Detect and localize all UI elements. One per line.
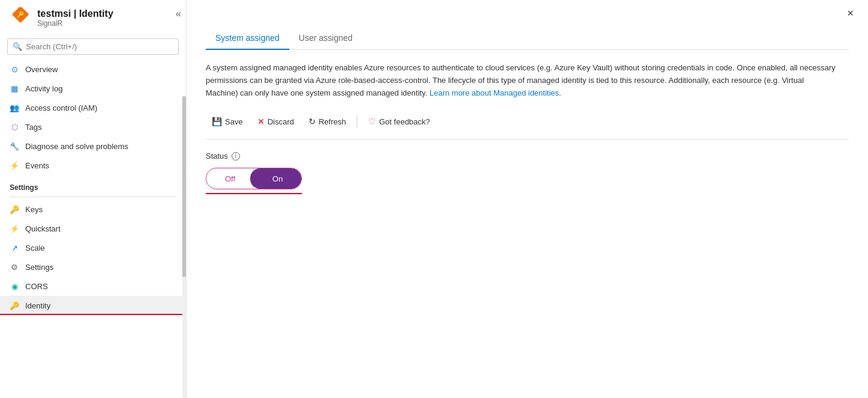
settings-divider [10, 197, 176, 197]
sidebar-item-label: Identity [25, 301, 51, 310]
sidebar-item-label: Quickstart [25, 224, 61, 233]
svg-text:🔑: 🔑 [17, 11, 25, 19]
app-subtitle: SignalR [37, 19, 113, 28]
cors-icon: ◉ [10, 281, 19, 291]
app-title-group: testmsi | Identity SignalR [37, 8, 113, 28]
collapse-button[interactable]: « [176, 8, 181, 19]
toolbar-divider [357, 115, 357, 127]
events-icon: ⚡ [10, 161, 19, 170]
sidebar-item-access-control[interactable]: 👥 Access control (IAM) [0, 98, 186, 117]
search-input[interactable] [26, 42, 173, 51]
save-label: Save [225, 117, 243, 126]
sidebar-item-label: Scale [25, 243, 45, 253]
sidebar-item-events[interactable]: ⚡ Events [0, 156, 186, 175]
description-text: A system assigned managed identity enabl… [206, 62, 837, 99]
tags-icon: ⬡ [10, 122, 19, 132]
sidebar-item-label: Activity log [25, 84, 63, 93]
refresh-button[interactable]: ↻ Refresh [303, 114, 352, 129]
search-icon: 🔍 [13, 42, 22, 51]
close-button[interactable]: × [842, 5, 858, 22]
sidebar-item-settings[interactable]: ⚙ Settings [0, 257, 186, 277]
app-title: testmsi | Identity [37, 8, 113, 19]
sidebar-item-diagnose[interactable]: 🔧 Diagnose and solve problems [0, 136, 186, 156]
overview-icon: ⊙ [10, 64, 19, 74]
sidebar-item-label: Access control (IAM) [25, 103, 97, 112]
status-text: Status [206, 152, 228, 161]
sidebar-item-label: Tags [25, 123, 42, 132]
sidebar-item-label: Overview [25, 65, 58, 74]
search-box[interactable]: 🔍 [7, 38, 179, 55]
save-button[interactable]: 💾 Save [206, 114, 249, 129]
access-control-icon: 👥 [10, 103, 19, 112]
refresh-icon: ↻ [309, 117, 316, 126]
settings-icon: ⚙ [10, 262, 19, 272]
toggle-on-label[interactable]: On [254, 174, 301, 183]
tab-user-assigned[interactable]: User assigned [289, 27, 363, 50]
sidebar-item-tags[interactable]: ⬡ Tags [0, 117, 186, 136]
sidebar-item-identity[interactable]: 🔑 Identity [0, 296, 186, 315]
discard-button[interactable]: ✕ Discard [251, 114, 300, 129]
feedback-button[interactable]: ♡ Got feedback? [362, 114, 436, 129]
diagnose-icon: 🔧 [10, 141, 19, 151]
toggle-off-label[interactable]: Off [206, 174, 254, 183]
discard-icon: ✕ [257, 117, 265, 126]
sidebar-item-activity-log[interactable]: ▦ Activity log [0, 79, 186, 98]
quickstart-icon: ⚡ [10, 224, 19, 233]
sidebar-item-label: Events [25, 161, 49, 170]
status-label: Status i [206, 152, 849, 161]
scrollbar-track [182, 96, 186, 398]
app-header: 🔑 testmsi | Identity SignalR [0, 0, 186, 34]
tabs: System assigned User assigned [206, 27, 849, 50]
sidebar: 🔑 testmsi | Identity SignalR 🔍 « ⊙ Overv… [0, 0, 186, 398]
save-icon: 💾 [212, 117, 222, 126]
main-header: × [186, 0, 868, 27]
sidebar-item-label: Settings [25, 263, 54, 272]
sidebar-item-label: Diagnose and solve problems [25, 142, 128, 151]
sidebar-item-scale[interactable]: ↗ Scale [0, 238, 186, 257]
sidebar-item-keys[interactable]: 🔑 Keys [0, 200, 186, 219]
status-toggle[interactable]: Off On [206, 168, 302, 189]
toggle-underline [206, 193, 302, 194]
activity-log-icon: ▦ [10, 84, 19, 93]
scrollbar-thumb[interactable] [182, 96, 186, 277]
sidebar-item-label: CORS [25, 282, 48, 291]
feedback-label: Got feedback? [379, 117, 430, 126]
status-info-icon[interactable]: i [232, 152, 240, 161]
sidebar-item-cors[interactable]: ◉ CORS [0, 277, 186, 296]
sidebar-item-label: Keys [25, 205, 43, 214]
learn-more-link[interactable]: Learn more about Managed identities [429, 88, 559, 97]
discard-label: Discard [268, 117, 294, 126]
identity-icon: 🔑 [10, 301, 19, 310]
content-area: System assigned User assigned A system a… [186, 27, 868, 398]
feedback-icon: ♡ [368, 117, 376, 126]
scale-icon: ↗ [10, 243, 19, 253]
sidebar-item-overview[interactable]: ⊙ Overview [0, 60, 186, 79]
refresh-label: Refresh [319, 117, 346, 126]
sidebar-nav: ⊙ Overview ▦ Activity log 👥 Access contr… [0, 60, 186, 315]
app-icon: 🔑 [10, 7, 31, 29]
sidebar-item-quickstart[interactable]: ⚡ Quickstart [0, 219, 186, 238]
tab-system-assigned[interactable]: System assigned [206, 27, 289, 50]
keys-icon: 🔑 [10, 204, 19, 214]
toggle-container: Off On [206, 168, 849, 194]
main-content: × System assigned User assigned A system… [186, 0, 868, 398]
status-section: Status i Off On [206, 152, 849, 194]
settings-section-label: Settings [0, 175, 186, 194]
toolbar: 💾 Save ✕ Discard ↻ Refresh ♡ Got feedbac… [206, 114, 849, 139]
